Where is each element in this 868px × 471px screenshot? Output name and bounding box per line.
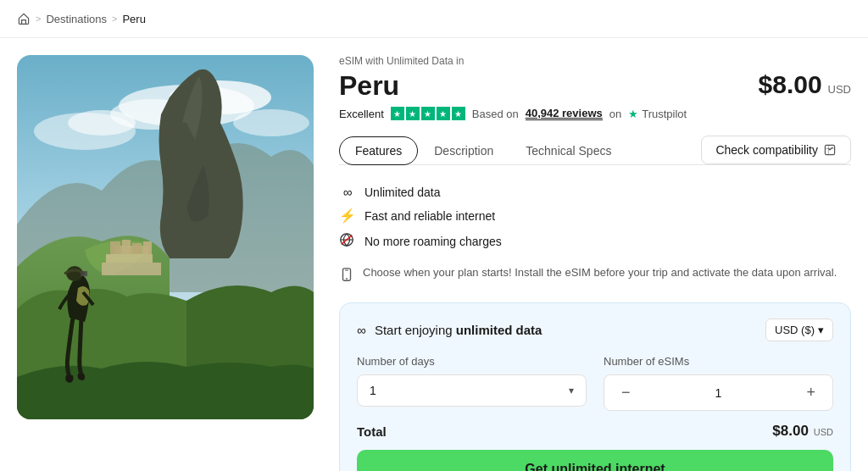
phone-icon <box>339 267 354 285</box>
trustpilot: ★ Trustpilot <box>628 108 687 120</box>
product-header: Peru $8.00 USD <box>339 70 851 102</box>
days-selector[interactable]: 1 ▾ <box>357 374 587 407</box>
install-note: Choose when your plan starts! Install th… <box>339 266 851 285</box>
main-content: eSIM with Unlimited Data in Peru $8.00 U… <box>0 38 868 471</box>
esim-badge: eSIM with Unlimited Data in <box>339 55 851 67</box>
buy-button[interactable]: Get unlimited internet <box>357 450 833 471</box>
feature-unlimited-data: ∞ Unlimited data <box>339 180 851 203</box>
product-title: Peru <box>339 70 399 102</box>
feature-fast-text: Fast and reliable internet <box>364 209 495 223</box>
star-3: ★ <box>421 107 435 120</box>
breadcrumb-current: Peru <box>122 13 145 25</box>
rating-row: Excellent ★ ★ ★ ★ ★ Based on 40,942 revi… <box>339 107 851 120</box>
svg-point-5 <box>68 110 136 136</box>
breadcrumb-destinations[interactable]: Destinations <box>46 13 107 25</box>
currency-dropdown-icon: ▾ <box>818 324 824 336</box>
product-details: eSIM with Unlimited Data in Peru $8.00 U… <box>314 55 851 471</box>
feature-unlimited-text: Unlimited data <box>364 186 441 199</box>
features-list: ∞ Unlimited data ⚡ Fast and reliable int… <box>339 180 851 254</box>
infinity-icon: ∞ <box>339 185 356 199</box>
infinity-plan-icon: ∞ <box>357 323 366 337</box>
feature-no-roaming-text: No more roaming charges <box>364 235 502 248</box>
price-currency: USD <box>828 83 851 96</box>
home-icon[interactable] <box>17 12 31 25</box>
plan-title-prefix: Start enjoying <box>375 323 453 337</box>
currency-label: USD ($) <box>775 324 815 336</box>
plan-title-bold: unlimited data <box>456 323 542 337</box>
rating-link[interactable]: 40,942 reviews <box>526 107 603 120</box>
svg-rect-10 <box>143 241 152 254</box>
svg-rect-8 <box>122 240 131 254</box>
days-dropdown-icon: ▾ <box>569 385 574 396</box>
trustpilot-star: ★ <box>628 108 638 120</box>
tabs: Features Description Technical Specs <box>339 136 627 164</box>
total-price: $8.00 <box>772 423 809 439</box>
price-main: $8.00 <box>759 70 822 98</box>
svg-rect-7 <box>110 241 120 254</box>
esims-value: 1 <box>715 386 722 400</box>
svg-point-16 <box>346 278 348 280</box>
rating-text: Based on <box>472 108 519 120</box>
plan-card-header: ∞ Start enjoying unlimited data USD ($) … <box>357 319 833 341</box>
breadcrumb-sep-1: > <box>36 14 41 24</box>
rating-on: on <box>609 108 621 120</box>
product-image <box>17 55 314 419</box>
esims-increment-button[interactable]: + <box>801 382 821 403</box>
plan-fields: Number of days 1 ▾ Number of eSIMs − 1 + <box>357 355 833 411</box>
total-price-block: $8.00 USD <box>772 423 833 440</box>
tabs-row: Features Description Technical Specs Che… <box>339 136 851 165</box>
breadcrumb: > Destinations > Peru <box>0 0 868 38</box>
esims-selector: − 1 + <box>604 374 833 411</box>
star-1: ★ <box>391 107 404 120</box>
esims-field: Number of eSIMs − 1 + <box>604 355 833 411</box>
feature-fast-internet: ⚡ Fast and reliable internet <box>339 203 851 228</box>
tab-features[interactable]: Features <box>339 136 418 165</box>
esims-decrement-button[interactable]: − <box>616 382 636 403</box>
check-compatibility-button[interactable]: Check compatibility <box>701 136 851 164</box>
stars: ★ ★ ★ ★ ★ <box>391 107 465 120</box>
feature-no-roaming: No more roaming charges <box>339 228 851 254</box>
tab-description[interactable]: Description <box>418 136 509 165</box>
no-roaming-icon <box>339 232 356 250</box>
star-5: ★ <box>452 107 465 120</box>
tab-technical[interactable]: Technical Specs <box>509 136 627 165</box>
check-compat-label: Check compatibility <box>715 143 818 157</box>
install-note-text: Choose when your plan starts! Install th… <box>363 266 837 279</box>
star-2: ★ <box>406 107 420 120</box>
rating-label: Excellent <box>339 108 384 120</box>
plan-title: ∞ Start enjoying unlimited data <box>357 323 542 337</box>
plan-card: ∞ Start enjoying unlimited data USD ($) … <box>339 302 851 471</box>
trustpilot-label: Trustpilot <box>642 108 687 120</box>
currency-selector[interactable]: USD ($) ▾ <box>765 319 833 341</box>
plan-total-row: Total $8.00 USD <box>357 423 833 440</box>
svg-point-6 <box>233 109 309 136</box>
price-block: $8.00 USD <box>759 70 851 99</box>
total-label: Total <box>357 424 387 439</box>
days-label: Number of days <box>357 355 587 368</box>
days-value: 1 <box>370 384 376 397</box>
svg-rect-9 <box>132 243 142 254</box>
total-currency: USD <box>814 427 833 437</box>
esims-label: Number of eSIMs <box>604 355 833 368</box>
star-4: ★ <box>437 107 450 120</box>
lightning-icon: ⚡ <box>339 208 356 224</box>
svg-rect-12 <box>81 271 87 276</box>
check-compat-icon <box>823 143 837 157</box>
breadcrumb-sep-2: > <box>112 14 117 24</box>
days-field: Number of days 1 ▾ <box>357 355 587 411</box>
